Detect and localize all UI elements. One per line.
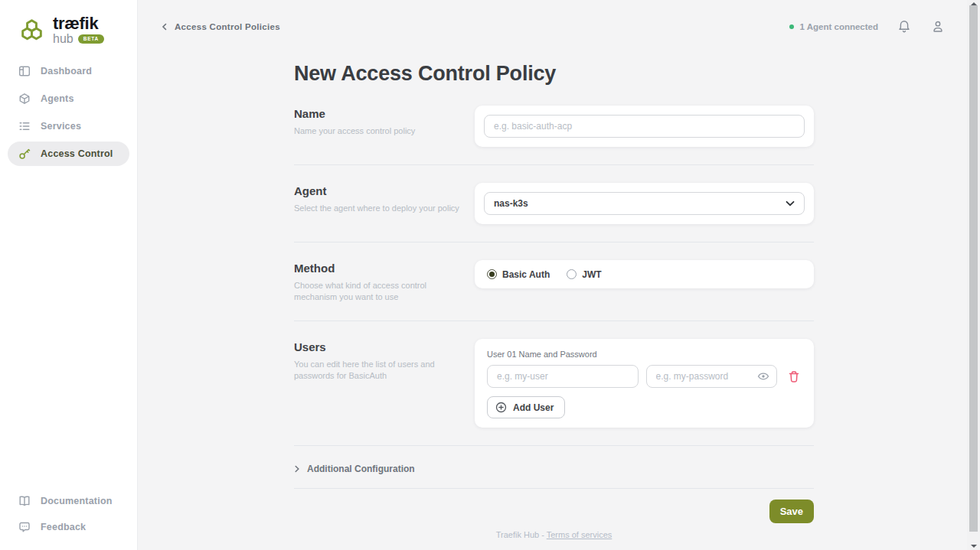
user-row [487, 365, 802, 388]
users-section-title: Users [294, 340, 459, 353]
bell-icon [897, 19, 912, 34]
agent-select[interactable]: nas-k3s [484, 192, 805, 215]
agent-select-value: nas-k3s [494, 198, 528, 209]
sidebar-item-label: Feedback [41, 522, 86, 532]
add-user-button[interactable]: Add User [487, 396, 565, 418]
name-input[interactable] [484, 115, 805, 138]
sidebar-nav: Dashboard Agents Services [0, 59, 137, 166]
divider [294, 488, 814, 489]
divider [294, 164, 814, 165]
page-footer: Traefik Hub - Terms of services [294, 530, 814, 539]
save-row: Save [294, 500, 814, 523]
sidebar-item-dashboard[interactable]: Dashboard [8, 59, 129, 83]
user-row-label: User 01 Name and Password [487, 350, 802, 359]
name-section-hint: Name your access control policy [294, 125, 459, 137]
sidebar-item-access-control[interactable]: Access Control [8, 142, 129, 166]
agent-section-title: Agent [294, 184, 459, 197]
method-section-title: Method [294, 262, 459, 275]
topbar: Access Control Policies 1 Agent connecte… [138, 0, 967, 54]
user-icon [930, 19, 946, 34]
scrollbar-thumb[interactable] [969, 5, 978, 532]
sidebar-item-label: Documentation [41, 496, 113, 506]
username-input[interactable] [487, 365, 639, 388]
radio-unselected-icon [567, 269, 577, 279]
radio-label: JWT [582, 269, 601, 280]
save-button[interactable]: Save [769, 500, 814, 523]
sidebar-item-services[interactable]: Services [8, 114, 129, 138]
dashboard-icon [18, 65, 31, 77]
page-title: New Access Control Policy [294, 61, 967, 86]
chevron-right-icon [294, 465, 300, 473]
toggle-password-visibility-button[interactable] [757, 372, 769, 381]
list-icon [18, 120, 31, 132]
sidebar-item-label: Access Control [41, 148, 113, 159]
agent-section-hint: Select the agent where to deploy your po… [294, 203, 459, 214]
cube-icon [18, 93, 31, 105]
agent-status: 1 Agent connected [789, 22, 878, 31]
form-row-name: Name Name your access control policy [294, 106, 814, 147]
agent-card: nas-k3s [475, 183, 814, 224]
sidebar-item-label: Services [41, 121, 81, 132]
policy-form: Name Name your access control policy Age… [294, 106, 814, 539]
sidebar-footer: Documentation Feedback [0, 489, 137, 550]
brand-logo[interactable]: træfik hub BETA [0, 0, 137, 45]
divider [294, 445, 814, 446]
add-user-label: Add User [513, 402, 554, 413]
form-row-users: Users You can edit here the list of user… [294, 339, 814, 428]
sidebar-item-label: Agents [41, 93, 74, 104]
beta-badge: BETA [78, 34, 104, 44]
brand-text: træfik hub BETA [53, 15, 104, 45]
form-row-agent: Agent Select the agent where to deploy y… [294, 183, 814, 224]
sidebar-item-label: Dashboard [41, 66, 92, 76]
topbar-right: 1 Agent connected [789, 19, 946, 34]
radio-basic-auth[interactable]: Basic Auth [487, 269, 550, 280]
key-icon [18, 148, 31, 160]
scrollbar [967, 0, 980, 550]
method-card: Basic Auth JWT [475, 260, 814, 288]
plus-circle-icon [495, 402, 507, 413]
radio-label: Basic Auth [502, 269, 550, 280]
chevron-down-icon [786, 200, 795, 207]
account-button[interactable] [930, 19, 946, 34]
sidebar-item-agents[interactable]: Agents [8, 86, 129, 111]
radio-selected-icon [487, 269, 497, 279]
main-area: Access Control Policies 1 Agent connecte… [138, 0, 967, 550]
breadcrumb-back-link[interactable]: Access Control Policies [162, 22, 280, 31]
eye-icon [757, 372, 769, 381]
app-window: træfik hub BETA Dashboard A [0, 0, 980, 550]
chevron-left-icon [162, 23, 168, 31]
delete-user-button[interactable] [785, 370, 802, 383]
scroll-down-arrow[interactable] [971, 545, 977, 548]
terms-of-services-link[interactable]: Terms of services [547, 530, 612, 539]
status-dot-icon [789, 24, 794, 29]
form-row-method: Method Choose what kind of access contro… [294, 260, 814, 303]
sidebar-item-documentation[interactable]: Documentation [8, 489, 129, 513]
additional-configuration-label: Additional Configuration [307, 464, 415, 474]
speech-bubble-icon [18, 521, 31, 533]
footer-separator: - [541, 530, 544, 539]
divider [294, 242, 814, 242]
agent-status-label: 1 Agent connected [800, 22, 878, 31]
sidebar-item-feedback[interactable]: Feedback [8, 515, 129, 539]
footer-text: Traefik Hub [496, 530, 539, 539]
breadcrumb-label: Access Control Policies [175, 22, 280, 31]
additional-configuration-toggle[interactable]: Additional Configuration [294, 464, 814, 474]
name-section-title: Name [294, 107, 459, 120]
sidebar: træfik hub BETA Dashboard A [0, 0, 138, 550]
brand-sub: hub [53, 33, 74, 45]
brand-name: træfik [53, 15, 104, 32]
book-icon [18, 495, 31, 507]
users-card: User 01 Name and Password [475, 339, 814, 428]
radio-jwt[interactable]: JWT [567, 269, 601, 280]
name-card [475, 106, 814, 147]
traefik-hexagons-icon [17, 18, 47, 42]
trash-icon [788, 370, 800, 383]
notifications-button[interactable] [897, 19, 912, 34]
users-section-hint: You can edit here the list of users and … [294, 359, 459, 382]
divider [294, 321, 814, 321]
method-section-hint: Choose what kind of access control mecha… [294, 280, 459, 303]
